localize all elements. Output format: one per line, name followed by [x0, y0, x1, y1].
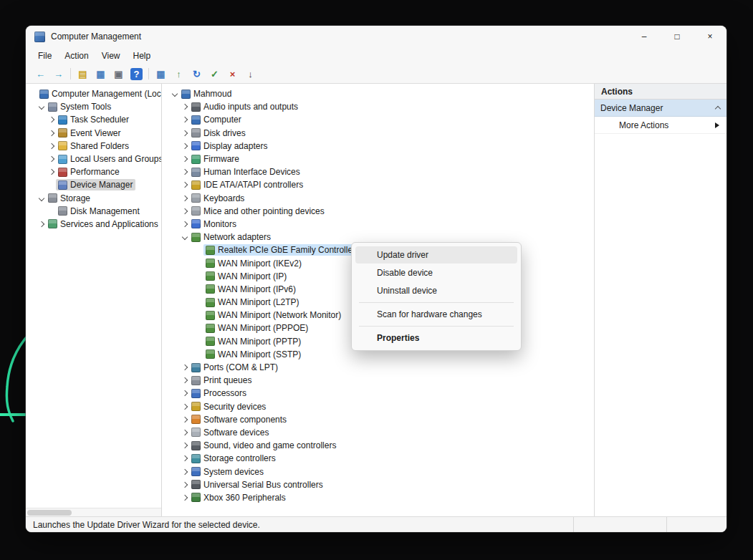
expander-icon[interactable]	[181, 441, 189, 450]
device-tree-item[interactable]: Audio inputs and outputs	[162, 100, 594, 113]
console-tree-item[interactable]: Device Manager	[26, 178, 161, 191]
console-tree-item[interactable]: Computer Management (Local	[26, 87, 161, 100]
expander-icon[interactable]	[181, 363, 189, 372]
expander-icon[interactable]	[181, 468, 189, 476]
expander-icon[interactable]	[181, 389, 189, 397]
expander-icon[interactable]	[37, 194, 46, 203]
device-tree-item[interactable]: Computer	[162, 113, 594, 126]
console-tree-item[interactable]: Local Users and Groups	[26, 153, 161, 165]
title-bar[interactable]: Computer Management – □ ×	[26, 26, 726, 47]
device-tree-item[interactable]: Xbox 360 Peripherals	[162, 491, 594, 504]
expander-icon[interactable]	[181, 220, 189, 228]
device-tree-item[interactable]: Monitors	[162, 218, 594, 231]
expander-icon[interactable]	[171, 90, 179, 98]
expander-icon[interactable]	[37, 102, 46, 111]
back-button[interactable]: ←	[32, 66, 49, 82]
expander-icon[interactable]	[181, 207, 189, 216]
context-menu-item[interactable]: Update driver	[355, 246, 517, 264]
expander-icon[interactable]	[181, 415, 189, 424]
actions-pane-button[interactable]: ▦	[152, 66, 170, 82]
uninstall-device-button[interactable]: ×	[224, 66, 241, 82]
console-tree-item[interactable]: Storage	[26, 192, 161, 205]
expander-icon[interactable]	[181, 180, 189, 189]
expander-icon[interactable]	[47, 155, 56, 163]
scan-hardware-button[interactable]: ↻	[188, 66, 206, 82]
expander-icon[interactable]	[181, 233, 189, 241]
device-tree-item[interactable]: Security devices	[162, 400, 594, 413]
show-console-tree-button[interactable]: ▦	[92, 66, 110, 82]
console-tree-item[interactable]: Event Viewer	[26, 127, 161, 140]
device-status-button[interactable]: ✓	[206, 66, 224, 82]
context-menu-item[interactable]: Scan for hardware changes	[355, 306, 517, 323]
export-list-button[interactable]: ▤	[74, 66, 92, 82]
device-tree-item[interactable]: Ports (COM & LPT)	[162, 361, 594, 374]
expander-icon[interactable]	[47, 142, 56, 150]
device-item-label: Xbox 360 Peripherals	[203, 493, 286, 503]
more-actions-item[interactable]: More Actions	[595, 117, 726, 134]
expander-icon[interactable]	[47, 115, 56, 124]
device-tree-item[interactable]: Firmware	[162, 153, 594, 165]
console-tree-item[interactable]: Task Scheduler	[26, 113, 161, 126]
expander-icon[interactable]	[181, 102, 189, 111]
tree-item-label: Device Manager	[70, 180, 133, 190]
maximize-button[interactable]: □	[661, 26, 694, 47]
device-tree-item[interactable]: Disk drives	[162, 127, 594, 140]
device-tree-item[interactable]: System devices	[162, 465, 594, 478]
expander-icon[interactable]	[37, 220, 46, 228]
device-tree-item[interactable]: Mice and other pointing devices	[162, 205, 594, 218]
device-tree-item[interactable]: Universal Serial Bus controllers	[162, 478, 594, 491]
expander-icon[interactable]	[181, 142, 189, 150]
scrollbar-thumb[interactable]	[27, 510, 72, 516]
expander-icon[interactable]	[181, 115, 189, 124]
expander-icon[interactable]	[181, 493, 189, 502]
console-tree-item[interactable]: Disk Management	[26, 205, 161, 218]
expander-icon[interactable]	[181, 428, 189, 437]
horizontal-scrollbar[interactable]	[26, 508, 161, 516]
context-menu-item[interactable]: Properties	[355, 329, 517, 347]
properties-button[interactable]: ▣	[110, 66, 128, 82]
expander-icon[interactable]	[181, 402, 189, 411]
chevron-up-icon[interactable]	[714, 104, 722, 112]
expander-icon[interactable]	[47, 168, 56, 176]
device-tree-item[interactable]: Software components	[162, 413, 594, 426]
expander-icon[interactable]	[181, 481, 189, 489]
device-item-label: Computer	[203, 115, 241, 125]
menu-item[interactable]: Help	[127, 49, 158, 63]
expander-icon[interactable]	[181, 168, 189, 176]
context-menu-item[interactable]: Uninstall device	[355, 282, 517, 299]
device-tree-item[interactable]: Keyboards	[162, 192, 594, 205]
toolbar-icon: ↑	[173, 68, 185, 80]
device-tree-item[interactable]: Processors	[162, 387, 594, 400]
minimize-button[interactable]: –	[628, 26, 661, 47]
actions-group-device-manager[interactable]: Device Manager	[595, 100, 726, 117]
update-driver-button[interactable]: ↑	[170, 66, 188, 82]
device-tree-item[interactable]: Display adapters	[162, 140, 594, 153]
device-tree-item[interactable]: Mahmoud	[162, 87, 594, 100]
context-menu-item[interactable]: Disable device	[355, 264, 517, 281]
device-tree-item[interactable]: Print queues	[162, 374, 594, 387]
forward-button[interactable]: →	[49, 66, 67, 82]
expander-icon[interactable]	[181, 454, 189, 463]
console-tree-item[interactable]: System Tools	[26, 100, 161, 113]
device-tree-item[interactable]: Storage controllers	[162, 452, 594, 465]
expander-icon[interactable]	[181, 129, 189, 137]
hid-icon	[191, 168, 201, 177]
device-tree-item[interactable]: Software devices	[162, 426, 594, 439]
expander-icon[interactable]	[181, 155, 189, 163]
device-tree-item[interactable]: Human Interface Devices	[162, 165, 594, 178]
expander-icon[interactable]	[181, 194, 189, 203]
console-tree-item[interactable]: Shared Folders	[26, 140, 161, 153]
help-button[interactable]: ?	[128, 66, 145, 82]
close-button[interactable]: ×	[694, 26, 726, 47]
device-tree-item[interactable]: IDE ATA/ATAPI controllers	[162, 178, 594, 191]
menu-item[interactable]: File	[32, 49, 58, 63]
expander-icon[interactable]	[181, 376, 189, 385]
device-tree-item[interactable]: Sound, video and game controllers	[162, 439, 594, 452]
menu-item[interactable]: View	[95, 49, 127, 63]
expander-icon[interactable]	[47, 129, 56, 137]
disable-device-button[interactable]: ↓	[241, 66, 259, 82]
device-item-label: WAN Miniport (Network Monitor)	[218, 310, 341, 320]
menu-item[interactable]: Action	[58, 49, 95, 63]
console-tree-item[interactable]: Services and Applications	[26, 218, 161, 231]
console-tree-item[interactable]: Performance	[26, 165, 161, 178]
